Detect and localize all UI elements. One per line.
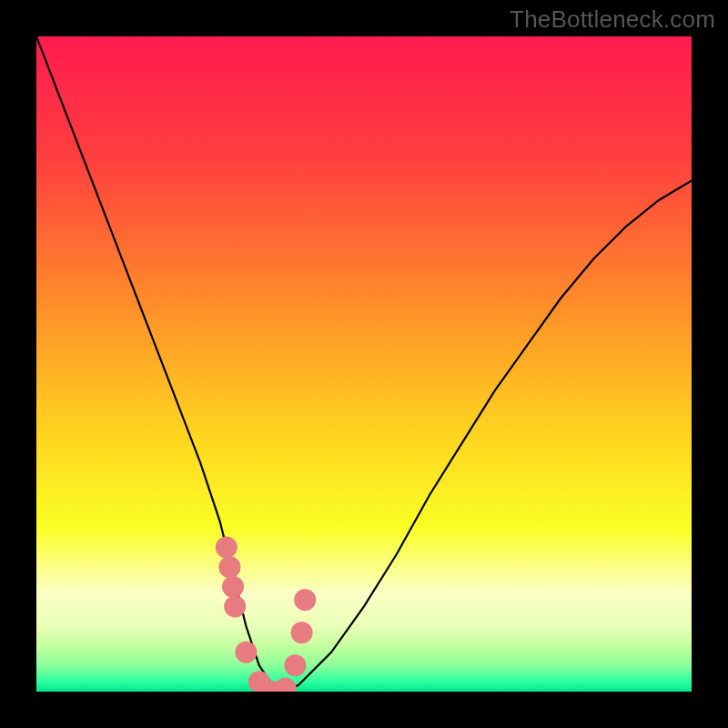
marker-point	[218, 556, 240, 578]
marker-point	[222, 576, 244, 598]
highlighted-points	[216, 537, 316, 692]
marker-point	[224, 595, 246, 617]
marker-point	[235, 642, 257, 663]
marker-point	[291, 622, 313, 643]
marker-point	[275, 677, 297, 692]
chart-frame: TheBottleneck.com	[0, 0, 728, 728]
plot-area	[36, 36, 692, 692]
watermark-text: TheBottleneck.com	[510, 5, 715, 34]
marker-point	[284, 654, 306, 676]
curve-layer	[36, 36, 692, 692]
bottleneck-curve	[36, 36, 692, 692]
marker-point	[216, 537, 238, 559]
marker-point	[294, 589, 316, 611]
